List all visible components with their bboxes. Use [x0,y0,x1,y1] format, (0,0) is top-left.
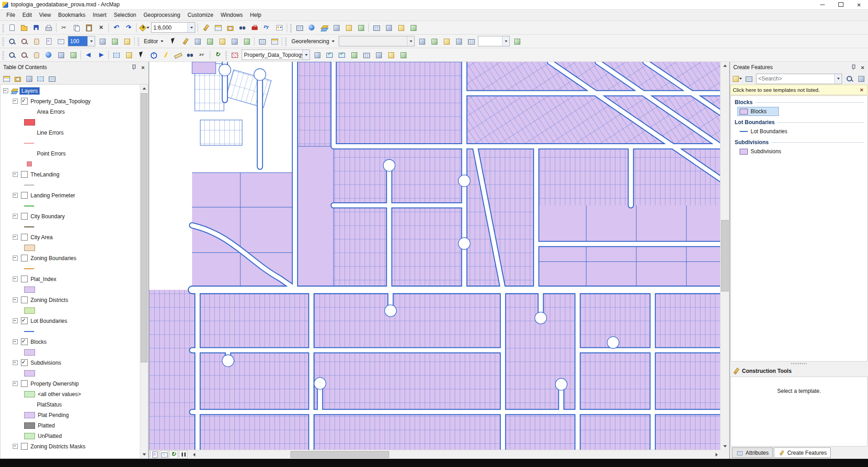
close-button[interactable] [850,0,868,9]
layout-zoom-out-button[interactable] [18,35,30,47]
sketch-properties-button[interactable] [268,35,280,47]
go-back-extent-button[interactable] [82,49,95,61]
table-of-contents-toggle-button[interactable] [212,21,224,34]
identify-button[interactable] [147,49,159,61]
georef-auto-adjust-button[interactable] [428,35,440,47]
toc-layer-city-area[interactable]: City Area [0,232,148,242]
arctoolbox-window-button[interactable] [249,21,261,34]
legend-swatch-fill[interactable] [24,286,35,293]
legend-swatch-point[interactable] [27,161,32,166]
toc-class-point-errors[interactable]: Point Errors [0,148,148,159]
layout-view-button[interactable] [160,450,168,459]
standard-tool-3-button[interactable] [395,21,407,34]
toc-layer-thelanding[interactable]: TheLanding [0,169,148,180]
toc-legend-all-other-values[interactable]: <all other values> [0,389,148,399]
full-extent-button[interactable] [42,49,55,61]
georeferencing-layer-combo[interactable] [339,36,415,46]
search-button[interactable] [844,73,855,84]
hyperlink-button[interactable] [159,49,172,61]
expand-toggle[interactable] [13,360,18,365]
tab-attributes[interactable]: Attributes [732,447,773,458]
edit-tool-button[interactable] [167,35,179,47]
legend-swatch-fill[interactable] [24,307,35,314]
georef-options-button[interactable] [511,35,523,47]
legend-swatch-fill[interactable] [24,433,35,439]
expand-toggle[interactable] [13,318,18,323]
map-scroll-right-button[interactable] [713,451,721,458]
editor-menu[interactable]: Editor [141,36,167,46]
topology-tool-1-button[interactable] [372,49,385,61]
layout-pan-button[interactable] [30,35,42,47]
toc-layer-subdivisions[interactable]: Subdivisions [0,357,148,368]
expand-toggle[interactable] [13,444,18,449]
toc-layer-blocks[interactable]: Blocks [0,336,148,347]
layer-visibility-checkbox[interactable] [21,359,28,366]
editor-toolbar-toggle-button[interactable] [199,21,212,34]
toc-legend-plat-pending[interactable]: Plat Pending [0,410,148,420]
dropdown-arrow-icon[interactable] [834,74,842,84]
legend-swatch-fill[interactable] [24,391,35,397]
list-by-drawing-order-button[interactable] [1,73,12,84]
expand-toggle[interactable] [13,381,18,386]
standard-tool-1-button[interactable] [370,21,382,34]
catalog-window-button[interactable] [224,21,236,34]
add-basemap-button[interactable] [305,21,318,34]
go-forward-extent-button[interactable] [95,49,107,61]
legend-swatch-fill[interactable] [24,412,35,418]
menu-bookmarks[interactable]: Bookmarks [55,10,89,20]
menu-help[interactable]: Help [246,10,265,20]
template-options-button[interactable] [856,73,867,84]
zoom-100-percent-button[interactable] [55,35,67,47]
attributes-window-button[interactable] [256,35,268,47]
toc-layer-property-ownership[interactable]: Property Ownership [0,378,148,389]
dropdown-arrow-icon[interactable] [87,36,95,46]
topology-edit-tool-button[interactable] [228,49,241,61]
topology-tool-2-button[interactable] [385,49,397,61]
expand-toggle[interactable] [13,172,18,177]
toc-layer-lot-boundaries[interactable]: Lot Boundaries [0,316,148,326]
toc-close-icon[interactable] [139,64,147,71]
template-subdivisions[interactable]: Subdivisions [737,147,793,156]
legend-swatch-line[interactable] [24,268,34,269]
layer-visibility-checkbox[interactable] [21,296,28,303]
expand-toggle[interactable] [13,297,18,302]
open-attribute-table-button[interactable] [293,21,305,34]
dropdown-arrow-icon[interactable] [502,36,509,46]
legend-swatch-line[interactable] [24,226,34,227]
rotate-tool-button[interactable] [240,35,253,47]
layer-visibility-checkbox[interactable] [21,317,28,324]
layer-visibility-checkbox[interactable] [21,380,28,387]
layer-visibility-checkbox[interactable] [21,443,28,450]
legend-swatch-line[interactable] [24,185,34,186]
dropdown-arrow-icon[interactable] [407,36,414,46]
template-search-combo[interactable]: <Search> [756,74,842,84]
template-blocks[interactable]: Blocks [737,107,779,116]
menu-selection[interactable]: Selection [110,10,140,20]
clear-selection-button[interactable] [122,49,135,61]
legend-swatch-fill[interactable] [24,422,35,429]
menu-windows[interactable]: Windows [217,10,247,20]
toc-scrollbar[interactable] [140,85,148,458]
filter-templates-button[interactable] [731,73,742,84]
expand-toggle[interactable] [13,235,18,240]
template-lot-boundaries[interactable]: Lot Boundaries [737,127,800,136]
select-features-button[interactable] [110,49,122,61]
map-vertical-scrollbar[interactable] [720,62,729,450]
map-scroll-up-button[interactable] [721,62,729,70]
reshape-feature-button[interactable] [203,35,216,47]
template-group-subdivisions[interactable]: Subdivisions [731,137,867,146]
overview-window-button[interactable] [342,21,355,34]
menu-geoprocessing[interactable]: Geoprocessing [140,10,184,20]
zoom-out-button[interactable] [18,49,30,61]
map-scale-combo[interactable]: 1:6,000 [151,22,195,33]
layer-visibility-checkbox[interactable] [21,98,28,105]
list-by-selection-button[interactable] [35,73,46,84]
expand-toggle[interactable] [3,88,8,93]
windows-taskbar[interactable] [0,459,868,467]
standard-tool-2-button[interactable] [382,21,395,34]
refresh-map-button[interactable] [212,49,224,61]
edit-vertices-button[interactable] [191,35,203,47]
fix-error-tool-button[interactable] [348,49,360,61]
legend-swatch-line[interactable] [24,143,34,144]
delete-button[interactable] [95,21,107,34]
